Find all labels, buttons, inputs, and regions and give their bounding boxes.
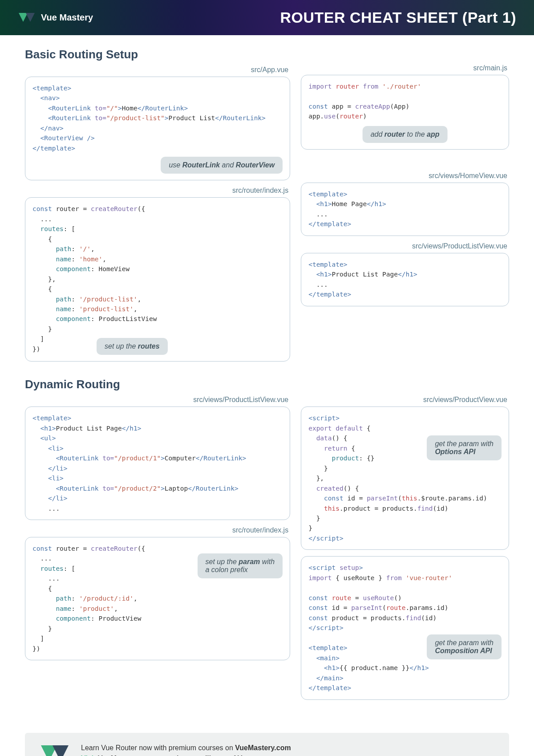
router-index-code: const router = createRouter({ ... routes… (32, 204, 283, 354)
file-label-homeview: src/views/HomeView.vue (303, 172, 507, 180)
file-label-productview: src/views/ProductView.vue (303, 396, 507, 404)
dynamic-heading: Dynamic Routing (25, 378, 509, 391)
file-label-dyn-plv: src/views/ProductListView.vue (27, 396, 288, 404)
callout-routerlink: use RouterLink and RouterView (161, 157, 283, 174)
options-api-card: <script> export default { data() { retur… (301, 406, 509, 550)
footer-text: Learn Vue Router now with premium course… (81, 743, 291, 756)
callout-param: set up the param witha colon prefix (198, 553, 283, 578)
footer-line-2: Visit VueMastery.com to explore our libr… (81, 753, 291, 756)
homeview-code: <template> <h1>Home Page</h1> ... </temp… (308, 189, 502, 229)
composition-api-card: <script setup> import { useRoute } from … (301, 556, 509, 699)
router-index-card: const router = createRouter({ ... routes… (25, 197, 290, 362)
dyn-plv-code: <template> <h1>Product List Page</h1> <u… (32, 413, 283, 513)
main-js-code: import router from './router' const app … (308, 81, 502, 122)
basic-routing-section: Basic Routing Setup src/App.vue <templat… (25, 48, 509, 368)
plv-card: <template> <h1>Product List Page</h1> ..… (301, 253, 509, 306)
callout-add-router: add router to the app (363, 126, 448, 143)
callout-options: get the param withOptions API (427, 435, 502, 460)
vue-mastery-logo-icon (18, 11, 37, 24)
callout-composition: get the param withComposition API (427, 634, 502, 659)
basic-heading: Basic Routing Setup (25, 48, 509, 61)
page-title: ROUTER CHEAT SHEET (Part 1) (280, 9, 516, 26)
dyn-plv-card: <template> <h1>Product List Page</h1> <u… (25, 406, 290, 520)
file-label-app: src/App.vue (27, 66, 288, 74)
file-label-plv: src/views/ProductListView.vue (303, 242, 507, 250)
brand-name: Vue Mastery (41, 12, 93, 23)
footer-banner: Learn Vue Router now with premium course… (25, 733, 509, 756)
file-label-dyn-router: src/router/index.js (27, 526, 288, 534)
page-header: Vue Mastery ROUTER CHEAT SHEET (Part 1) (0, 0, 534, 35)
plv-code: <template> <h1>Product List Page</h1> ..… (308, 260, 502, 300)
app-vue-code: <template> <nav> <RouterLink to="/">Home… (32, 83, 283, 153)
vue-mastery-footer-icon (39, 743, 71, 756)
dyn-router-card: const router = createRouter({ ... routes… (25, 537, 290, 660)
dynamic-routing-section: Dynamic Routing src/views/ProductListVie… (25, 378, 509, 706)
file-label-main: src/main.js (303, 64, 507, 72)
footer-line-1: Learn Vue Router now with premium course… (81, 743, 291, 753)
app-vue-card: <template> <nav> <RouterLink to="/">Home… (25, 77, 290, 180)
main-js-card: import router from './router' const app … (301, 75, 509, 150)
brand-block: Vue Mastery (18, 11, 93, 24)
options-api-code: <script> export default { data() { retur… (308, 413, 502, 543)
homeview-card: <template> <h1>Home Page</h1> ... </temp… (301, 183, 509, 236)
composition-api-code: <script setup> import { useRoute } from … (308, 563, 502, 693)
file-label-router: src/router/index.js (27, 187, 288, 195)
callout-routes: set up the routes (97, 338, 168, 355)
